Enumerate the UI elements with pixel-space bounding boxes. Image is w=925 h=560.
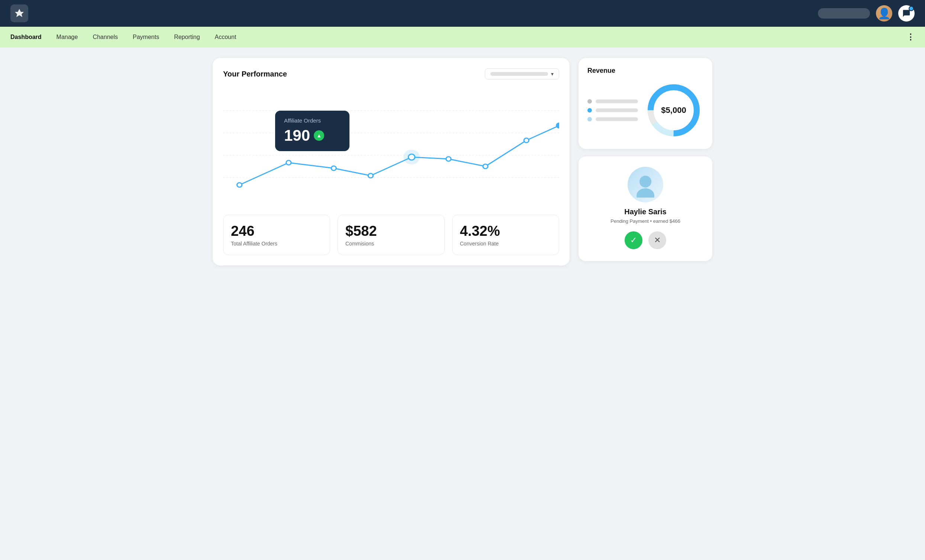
right-column: Revenue bbox=[579, 58, 713, 266]
top-bar-right bbox=[818, 5, 914, 21]
stat-value-orders: 246 bbox=[231, 223, 322, 239]
perf-header: Your Performance ▾ bbox=[223, 68, 559, 80]
affiliate-avatar bbox=[628, 167, 663, 203]
legend-bar-3 bbox=[596, 117, 638, 121]
stat-label-conversion: Conversion Rate bbox=[460, 241, 551, 246]
legend-item-1 bbox=[588, 99, 638, 104]
sub-nav: Dashboard Manage Channels Payments Repor… bbox=[0, 27, 925, 48]
avatar[interactable] bbox=[876, 5, 892, 21]
affiliate-actions: ✓ ✕ bbox=[625, 231, 666, 249]
svg-point-17 bbox=[639, 176, 651, 188]
line-chart bbox=[223, 89, 559, 207]
svg-point-18 bbox=[636, 188, 654, 198]
legend-dot-2 bbox=[588, 108, 592, 113]
nav-manage[interactable]: Manage bbox=[57, 32, 78, 42]
stat-conversion: 4.32% Conversion Rate bbox=[452, 215, 559, 255]
performance-card: Your Performance ▾ Affiliate Orders 190 … bbox=[212, 58, 569, 266]
svg-point-11 bbox=[483, 164, 488, 168]
stat-label-commissions: Commisions bbox=[345, 241, 437, 246]
legend-dot-3 bbox=[588, 117, 592, 122]
svg-point-9 bbox=[408, 154, 415, 160]
stat-value-conversion: 4.32% bbox=[460, 223, 551, 239]
tooltip-value: 190 ▲ bbox=[284, 127, 340, 144]
svg-point-12 bbox=[524, 138, 529, 143]
revenue-legend bbox=[588, 99, 638, 122]
legend-item-2 bbox=[588, 108, 638, 113]
top-search-bar bbox=[818, 8, 870, 19]
stat-value-commissions: $582 bbox=[345, 223, 437, 239]
svg-point-13 bbox=[556, 123, 559, 129]
svg-point-4 bbox=[237, 183, 242, 187]
dropdown-placeholder bbox=[490, 72, 548, 76]
svg-point-7 bbox=[368, 173, 373, 178]
more-menu-button[interactable]: ⋮ bbox=[906, 32, 914, 42]
revenue-title: Revenue bbox=[588, 67, 704, 75]
main-content: Your Performance ▾ Affiliate Orders 190 … bbox=[202, 48, 723, 276]
donut-chart: $5,000 bbox=[644, 81, 704, 140]
revenue-amount: $5,000 bbox=[661, 105, 686, 115]
svg-point-10 bbox=[446, 157, 451, 161]
legend-dot-1 bbox=[588, 99, 592, 104]
nav-channels[interactable]: Channels bbox=[93, 32, 118, 42]
logo bbox=[11, 5, 28, 22]
legend-bar-2 bbox=[596, 108, 638, 112]
legend-bar-1 bbox=[596, 99, 638, 103]
chat-icon[interactable] bbox=[898, 5, 914, 21]
stats-row: 246 Total Affiliate Orders $582 Commisio… bbox=[223, 215, 559, 255]
nav-account[interactable]: Account bbox=[215, 32, 237, 42]
trend-up-icon: ▲ bbox=[314, 131, 324, 141]
stat-commissions: $582 Commisions bbox=[337, 215, 444, 255]
chevron-down-icon: ▾ bbox=[551, 71, 554, 77]
svg-point-6 bbox=[331, 166, 336, 170]
affiliate-card: Haylie Saris Pending Payment • earned $4… bbox=[579, 156, 713, 261]
stat-total-orders: 246 Total Affiliate Orders bbox=[223, 215, 330, 255]
nav-reporting[interactable]: Reporting bbox=[174, 32, 200, 42]
revenue-inner: $5,000 bbox=[588, 81, 704, 140]
reject-button[interactable]: ✕ bbox=[648, 231, 666, 249]
svg-point-5 bbox=[286, 161, 291, 165]
approve-button[interactable]: ✓ bbox=[625, 231, 642, 249]
stat-label-orders: Total Affiliate Orders bbox=[231, 241, 322, 246]
perf-title: Your Performance bbox=[223, 70, 287, 78]
affiliate-name: Haylie Saris bbox=[624, 207, 666, 216]
nav-items: Dashboard Manage Channels Payments Repor… bbox=[11, 32, 236, 42]
nav-dashboard[interactable]: Dashboard bbox=[11, 32, 42, 42]
top-bar bbox=[0, 0, 925, 27]
tooltip-number: 190 bbox=[284, 127, 310, 144]
legend-item-3 bbox=[588, 117, 638, 122]
period-dropdown[interactable]: ▾ bbox=[485, 68, 559, 80]
tooltip-label: Affiliate Orders bbox=[284, 117, 340, 124]
chart-tooltip: Affiliate Orders 190 ▲ bbox=[275, 111, 350, 151]
nav-payments[interactable]: Payments bbox=[133, 32, 159, 42]
affiliate-status: Pending Payment • earned $466 bbox=[610, 218, 680, 224]
chart-area: Affiliate Orders 190 ▲ bbox=[223, 89, 559, 207]
revenue-card: Revenue bbox=[579, 58, 713, 149]
